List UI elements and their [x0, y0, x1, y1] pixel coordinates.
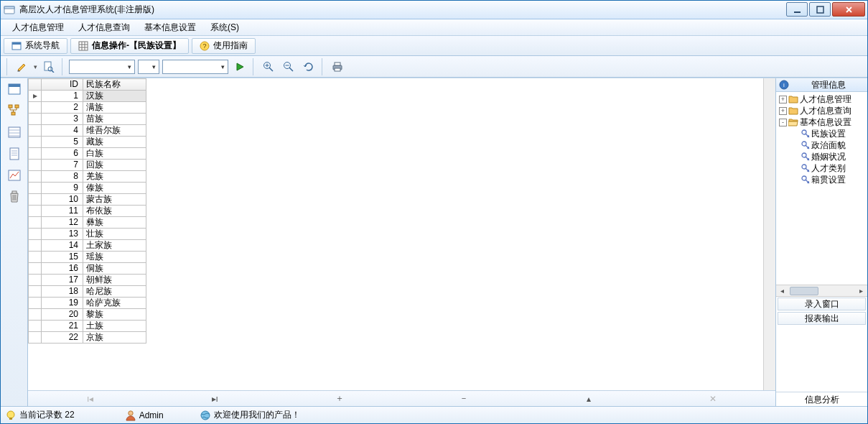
table-row[interactable]: 12彝族 [29, 217, 146, 229]
id-cell[interactable]: 12 [42, 217, 83, 229]
id-cell[interactable]: 4 [42, 125, 83, 137]
table-row[interactable]: 22京族 [29, 332, 146, 344]
name-cell[interactable]: 回族 [83, 160, 146, 171]
filter-op-combo[interactable]: ▾ [138, 60, 159, 74]
name-cell[interactable]: 瑶族 [83, 252, 146, 263]
name-cell[interactable]: 哈尼族 [83, 286, 146, 298]
rowmark-header[interactable] [29, 79, 42, 91]
id-header[interactable]: ID [42, 79, 83, 91]
name-cell[interactable]: 傣族 [83, 183, 146, 194]
id-cell[interactable]: 11 [42, 206, 83, 217]
menu-talent-query[interactable]: 人才信息查询 [71, 20, 137, 35]
id-cell[interactable]: 15 [42, 252, 83, 263]
table-row[interactable]: 20黎族 [29, 309, 146, 321]
list-icon[interactable] [6, 124, 22, 140]
filter-field-combo[interactable]: ▾ [69, 60, 135, 74]
name-cell[interactable]: 壮族 [83, 229, 146, 240]
table-row[interactable]: 5藏族 [29, 137, 146, 148]
id-cell[interactable]: 19 [42, 298, 83, 309]
nav-first-icon[interactable]: ı◂ [28, 394, 153, 404]
table-row[interactable]: 19哈萨克族 [29, 298, 146, 309]
zoom-out-icon[interactable] [280, 58, 297, 75]
name-cell[interactable]: 白族 [83, 148, 146, 160]
id-cell[interactable]: 3 [42, 114, 83, 125]
minimize-button[interactable] [786, 2, 808, 17]
menu-system[interactable]: 系统(S) [203, 20, 246, 35]
table-row[interactable]: 10蒙古族 [29, 194, 146, 206]
close-button[interactable] [832, 2, 865, 17]
tree-node[interactable]: 婚姻状况 [778, 151, 867, 162]
name-cell[interactable]: 京族 [83, 332, 146, 344]
name-cell[interactable]: 土族 [83, 321, 146, 332]
table-row[interactable]: 11布依族 [29, 206, 146, 217]
name-cell[interactable]: 侗族 [83, 263, 146, 275]
tree-node[interactable]: +人才信息查询 [778, 105, 867, 116]
table-row[interactable]: 9傣族 [29, 183, 146, 194]
refresh-icon[interactable] [300, 58, 317, 75]
expand-icon[interactable]: + [779, 96, 787, 103]
table-row[interactable]: ▸1汉族 [29, 91, 146, 102]
nav-add-icon[interactable]: ＋ [277, 392, 402, 405]
name-cell[interactable]: 蒙古族 [83, 194, 146, 206]
input-window-button[interactable]: 录入窗口 [778, 298, 866, 310]
id-cell[interactable]: 14 [42, 240, 83, 252]
tree-node[interactable]: 政治面貌 [778, 139, 867, 151]
table-row[interactable]: 21土族 [29, 321, 146, 332]
run-icon[interactable] [231, 58, 248, 75]
id-cell[interactable]: 7 [42, 160, 83, 171]
name-cell[interactable]: 羌族 [83, 171, 146, 183]
id-cell[interactable]: 10 [42, 194, 83, 206]
table-row[interactable]: 8羌族 [29, 171, 146, 183]
tab-current-op[interactable]: 信息操作-【民族设置】 [70, 38, 189, 54]
search-doc-icon[interactable] [40, 58, 57, 75]
name-cell[interactable]: 布依族 [83, 206, 146, 217]
id-cell[interactable]: 21 [42, 321, 83, 332]
name-cell[interactable]: 汉族 [83, 91, 146, 102]
info-analysis-label[interactable]: 信息分析 [776, 392, 867, 406]
table-row[interactable]: 4维吾尔族 [29, 125, 146, 137]
tree-node[interactable]: +人才信息管理 [778, 93, 867, 105]
table-row[interactable]: 3苗族 [29, 114, 146, 125]
name-cell[interactable]: 朝鲜族 [83, 275, 146, 286]
ethnicity-table[interactable]: ID 民族名称 ▸1汉族2满族3苗族4维吾尔族5藏族6白族7回族8羌族9傣族10… [28, 78, 146, 344]
tree-node[interactable]: 籍贯设置 [778, 174, 867, 185]
vertical-scrollbar[interactable] [763, 78, 775, 390]
name-cell[interactable]: 维吾尔族 [83, 125, 146, 137]
print-icon[interactable] [329, 58, 346, 75]
table-row[interactable]: 7回族 [29, 160, 146, 171]
id-cell[interactable]: 20 [42, 309, 83, 321]
tree-node[interactable]: 民族设置 [778, 128, 867, 139]
tab-system-nav[interactable]: 系统导航 [4, 38, 67, 54]
chart-icon[interactable] [6, 167, 22, 183]
name-cell[interactable]: 哈萨克族 [83, 298, 146, 309]
tab-guide[interactable]: ? 使用指南 [192, 38, 256, 54]
tree-h-scrollbar[interactable]: ◂▸ [776, 285, 867, 297]
menu-talent-manage[interactable]: 人才信息管理 [5, 20, 71, 35]
id-cell[interactable]: 13 [42, 229, 83, 240]
table-row[interactable]: 15瑶族 [29, 252, 146, 263]
name-cell[interactable]: 满族 [83, 102, 146, 114]
name-cell[interactable]: 藏族 [83, 137, 146, 148]
id-cell[interactable]: 2 [42, 102, 83, 114]
name-cell[interactable]: 土家族 [83, 240, 146, 252]
hierarchy-icon[interactable] [6, 103, 22, 119]
report-output-button[interactable]: 报表输出 [778, 312, 866, 325]
id-cell[interactable]: 17 [42, 275, 83, 286]
expand-icon[interactable]: + [779, 107, 787, 115]
id-cell[interactable]: 16 [42, 263, 83, 275]
id-cell[interactable]: 5 [42, 137, 83, 148]
nav-tree[interactable]: +人才信息管理+人才信息查询-基本信息设置民族设置政治面貌婚姻状况人才类别籍贯设… [776, 92, 867, 285]
name-cell[interactable]: 黎族 [83, 309, 146, 321]
table-row[interactable]: 6白族 [29, 148, 146, 160]
table-row[interactable]: 16侗族 [29, 263, 146, 275]
window-icon[interactable] [6, 81, 22, 97]
nav-remove-icon[interactable]: － [402, 392, 527, 405]
filter-value-combo[interactable]: ▾ [162, 60, 228, 74]
table-row[interactable]: 17朝鲜族 [29, 275, 146, 286]
id-cell[interactable]: 6 [42, 148, 83, 160]
edit-icon[interactable] [14, 58, 31, 75]
id-cell[interactable]: 18 [42, 286, 83, 298]
document-icon[interactable] [6, 146, 22, 162]
nav-prev-icon[interactable]: ▸ı [153, 394, 278, 404]
table-row[interactable]: 18哈尼族 [29, 286, 146, 298]
